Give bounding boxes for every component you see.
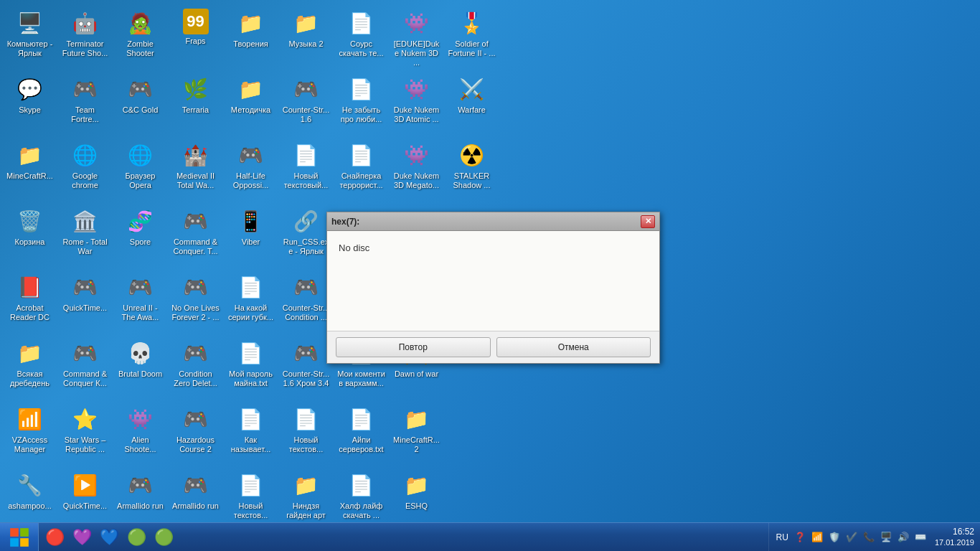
tray-clock[interactable]: 16:52 17.01.2019	[930, 527, 974, 548]
tray-keyboard-icon[interactable]: ⌨️	[913, 530, 928, 544]
icon-duke3d[interactable]: 👾 [EDUKE]Duke Nukem 3D ...	[390, 6, 443, 70]
icon-skype[interactable]: 💬 Skype	[3, 72, 57, 136]
dialog-titlebar: hex(7): ✕	[327, 212, 659, 231]
tray-lang[interactable]: RU	[775, 531, 790, 544]
taskbar-viber[interactable]: 💜	[69, 525, 95, 550]
icon-fraps[interactable]: 99 Fraps	[169, 6, 222, 70]
icon-source[interactable]: 📄 Соурс скачать те...	[334, 6, 388, 70]
tray-network-icon[interactable]: 📶	[810, 530, 824, 544]
taskbar-skype[interactable]: 💙	[96, 525, 122, 550]
icon-novyi-txt[interactable]: 📄 Новый текстовый...	[279, 138, 333, 202]
start-button[interactable]	[0, 523, 39, 552]
dialog-retry-button[interactable]: Повтор	[336, 337, 491, 357]
icon-starwars[interactable]: ⭐ Star Wars – Republic ...	[58, 402, 112, 466]
icon-duke3datom[interactable]: 👾 Duke Nukem 3D Atomic ...	[390, 72, 443, 136]
icon-css1634[interactable]: 🎮 Counter-Str... 1.6 Хром 3.4	[279, 336, 333, 400]
icon-cnc-t[interactable]: 🎮 Command & Conquer. T...	[169, 204, 222, 268]
icon-moiparyol[interactable]: 📄 Мой пароль майна.txt	[224, 336, 278, 400]
icon-conditionzero[interactable]: 🎮 Condition Zero Delet...	[169, 336, 222, 400]
taskbar: 🔴 💜 💙 🟢 🟢 RU ❓ 📶 🛡️ ✔️ 📞 🖥️ 🔊 ⌨️ 16:52 1…	[0, 522, 980, 551]
icon-brutal[interactable]: 💀 Brutal Doom	[113, 336, 167, 400]
icon-vsyakaya[interactable]: 📁 Всякая дребедень	[3, 336, 57, 400]
icon-minecraftr[interactable]: 📁 MineCraftR...	[3, 138, 57, 202]
icon-halflife[interactable]: 🎮 Half-Life Oppossi...	[224, 138, 278, 202]
tray-speaker-icon[interactable]: 🔊	[896, 530, 910, 544]
dialog-cancel-button[interactable]: Отмена	[496, 337, 651, 357]
icon-unrealgold[interactable]: 🎮 QuickTime...	[58, 270, 112, 334]
icon-runcss[interactable]: 🔗 Run_CSS.exe - Ярлык	[279, 204, 333, 268]
tray-phone-icon[interactable]: 📞	[862, 530, 876, 544]
icon-novyi2-txt[interactable]: 📄 Новый текстов...	[279, 402, 333, 466]
icon-cscondition[interactable]: 🎮 Counter-Str... Condition ...	[279, 270, 333, 334]
taskbar-game2[interactable]: 🟢	[151, 525, 176, 550]
icon-medieval2[interactable]: 🏰 Medieval II Total Wa...	[169, 138, 222, 202]
icon-korzina[interactable]: 🗑️ Корзина	[3, 204, 57, 268]
icon-acrobat[interactable]: 📕 Acrobat Reader DC	[3, 270, 57, 334]
svg-rect-2	[10, 538, 19, 547]
svg-rect-0	[10, 528, 19, 537]
icon-tf2[interactable]: 🎮 Team Fortre...	[58, 72, 112, 136]
icon-rome[interactable]: 🏛️ Rome - Total War	[58, 204, 112, 268]
icon-googlechrome[interactable]: 🌐 Google chrome	[58, 138, 112, 202]
icon-warfare[interactable]: ⚔️ Warfare	[445, 72, 499, 136]
icon-viber[interactable]: 📱 Viber	[224, 204, 278, 268]
dialog-content: No disc	[327, 231, 659, 331]
tray-help-icon[interactable]: ❓	[793, 530, 807, 544]
icon-nakakoy[interactable]: 📄 На какой серии губк...	[224, 270, 278, 334]
dialog-title: hex(7):	[331, 217, 641, 227]
taskbar-game1[interactable]: 🟢	[123, 525, 149, 550]
icon-vzaccess[interactable]: 📶 VZAccess Manager	[3, 402, 57, 466]
icon-opera[interactable]: 🌐 Браузер Opera	[113, 138, 167, 202]
icon-cnc-k[interactable]: 🎮 Command & Conquer К...	[58, 336, 112, 400]
tray-security-icon[interactable]: 🛡️	[827, 530, 842, 544]
icon-nezabyt[interactable]: 📄 Не забыть про люби...	[334, 72, 388, 136]
icon-noonelives[interactable]: 🎮 No One Lives Forever 2 - ...	[169, 270, 222, 334]
taskbar-tray: RU ❓ 📶 🛡️ ✔️ 📞 🖥️ 🔊 ⌨️ 16:52 17.01.2019	[768, 523, 980, 551]
taskbar-opera[interactable]: 🔴	[42, 525, 67, 550]
tray-check-icon[interactable]: ✔️	[844, 530, 859, 544]
icon-spore[interactable]: 🧬 Spore	[113, 204, 167, 268]
icon-metodichka[interactable]: 📁 Методичка	[224, 72, 278, 136]
icon-muzika2[interactable]: 📁 Музыка 2	[279, 6, 333, 70]
icon-sof2[interactable]: 🎖️ Soldier of Fortune II - ...	[445, 6, 499, 70]
tray-monitor-icon[interactable]: 🖥️	[879, 530, 893, 544]
icon-duke3dmega[interactable]: 👾 Duke Nukem 3D Megato...	[390, 138, 443, 202]
icon-minecraftr2[interactable]: 📁 MineCraftR... 2	[390, 402, 443, 466]
icon-kaknaz[interactable]: 📄 Как называет...	[224, 402, 278, 466]
icon-ajni[interactable]: 📄 Айпи серверов.txt	[334, 402, 388, 466]
dialog-hex: hex(7): ✕ No disc Повтор Отмена	[326, 212, 660, 364]
icon-terraria[interactable]: 🌿 Terraria	[169, 72, 222, 136]
dialog-buttons: Повтор Отмена	[327, 331, 659, 363]
icon-computer[interactable]: 🖥️ Компьютер - Ярлык	[3, 6, 57, 70]
icon-terminator[interactable]: 🤖 Terminator Future Sho...	[58, 6, 112, 70]
icon-cs16[interactable]: 🎮 Counter-Str... 1.6	[279, 72, 333, 136]
icon-sniper[interactable]: 📄 Снайперка террорист...	[334, 138, 388, 202]
dialog-message: No disc	[339, 242, 369, 253]
dialog-close-button[interactable]: ✕	[641, 215, 655, 228]
svg-rect-1	[20, 528, 29, 537]
icon-stalker[interactable]: ☢️ STALKER Shadow ...	[445, 138, 499, 202]
icon-hazardous[interactable]: 🎮 Hazardous Course 2	[169, 402, 222, 466]
icon-zombie[interactable]: 🧟 Zombie Shooter	[113, 6, 167, 70]
taskbar-apps: 🔴 💜 💙 🟢 🟢	[39, 523, 179, 551]
svg-rect-3	[20, 538, 29, 547]
icon-tvoreniya[interactable]: 📁 Творения	[224, 6, 278, 70]
icon-cnc[interactable]: 🎮 C&C Gold	[113, 72, 167, 136]
icon-unreal2[interactable]: 🎮 Unreal II - The Awa...	[113, 270, 167, 334]
icon-alien[interactable]: 👾 Alien Shoote...	[113, 402, 167, 466]
